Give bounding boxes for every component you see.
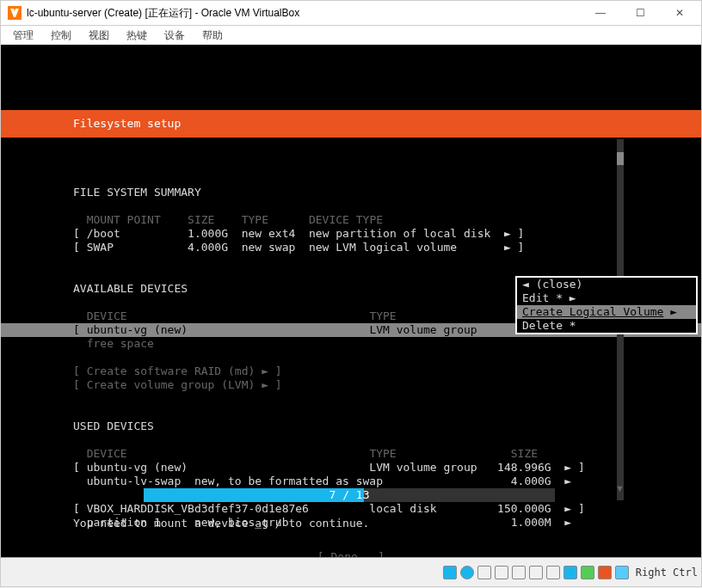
section-title: USED DEVICES: [73, 420, 154, 432]
context-menu: ◄ (close) Edit * ► Create Logical Volume…: [515, 276, 698, 334]
menu-create-lv[interactable]: Create Logical Volume ►: [517, 305, 696, 319]
keyboard-icon[interactable]: [615, 566, 629, 579]
menu-view[interactable]: 视图: [80, 27, 118, 45]
menu-devices[interactable]: 设备: [156, 27, 194, 45]
scroll-down-icon[interactable]: ▼: [615, 483, 625, 493]
menu-control[interactable]: 控制: [42, 27, 80, 45]
used-headers: DEVICE TYPE SIZE: [73, 447, 538, 460]
display-icon[interactable]: [546, 566, 560, 579]
close-button[interactable]: ✕: [660, 1, 699, 26]
recording-icon[interactable]: [563, 566, 577, 579]
used-subrow[interactable]: ubuntu-lv-swap new, to be formatted as s…: [73, 475, 571, 487]
section-title: FILE SYSTEM SUMMARY: [73, 186, 201, 199]
used-row[interactable]: [ VBOX_HARDDISK_VBd3dfef37-0d1e87e6 loca…: [73, 502, 585, 515]
validation-message: You need to mount a device at / to conti…: [73, 517, 369, 530]
create-raid-option[interactable]: [ Create software RAID (md) ► ]: [73, 364, 282, 377]
window-title: lc-ubuntu-server (Create) [正在运行] - Oracl…: [27, 6, 581, 21]
shared-folder-icon[interactable]: [529, 566, 543, 579]
audio-icon[interactable]: [477, 566, 491, 579]
used-row[interactable]: [ ubuntu-vg (new) LVM volume group 148.9…: [73, 461, 585, 474]
progress-text: 7 / 13: [144, 488, 555, 502]
progress-bar: 7 / 13: [144, 488, 555, 502]
menu-hotkeys[interactable]: 热键: [118, 27, 156, 45]
hdd-icon[interactable]: [443, 566, 457, 579]
menu-close[interactable]: ◄ (close): [517, 278, 696, 291]
network-icon[interactable]: [495, 566, 508, 579]
done-button: [ Done ]: [317, 550, 385, 557]
menubar: 管理 控制 视图 热键 设备 帮助: [0, 26, 702, 45]
menu-delete[interactable]: Delete *: [517, 319, 696, 333]
statusbar: Right Ctrl: [0, 557, 702, 587]
fs-row[interactable]: [ SWAP 4.000G new swap new LVM logical v…: [73, 241, 524, 254]
virtualbox-icon: [8, 6, 22, 20]
section-title: AVAILABLE DEVICES: [73, 282, 188, 295]
fs-row[interactable]: [ /boot 1.000G new ext4 new partition of…: [73, 227, 524, 240]
mouse-integration-icon[interactable]: [598, 566, 612, 579]
cpu-icon[interactable]: [581, 566, 594, 579]
menu-manage[interactable]: 管理: [4, 27, 42, 45]
vm-display[interactable]: Filesystem setup FILE SYSTEM SUMMARY MOU…: [0, 45, 702, 557]
host-key-indicator: Right Ctrl: [636, 567, 698, 579]
menu-edit[interactable]: Edit * ►: [517, 291, 696, 305]
window-titlebar: lc-ubuntu-server (Create) [正在运行] - Oracl…: [0, 0, 702, 26]
free-space-row: free space: [73, 337, 154, 350]
scrollbar-thumb[interactable]: [617, 152, 624, 165]
minimize-button[interactable]: —: [581, 1, 620, 26]
footer-buttons: [ Done ] [ Reset ] [ Back ]: [73, 550, 629, 557]
avail-headers: DEVICE TYPE: [73, 309, 397, 322]
usb-icon[interactable]: [512, 566, 526, 579]
create-vg-option[interactable]: [ Create volume group (LVM) ► ]: [73, 378, 282, 391]
fs-headers: MOUNT POINT SIZE TYPE DEVICE TYPE: [73, 213, 383, 226]
maximize-button[interactable]: ☐: [620, 1, 660, 26]
menu-help[interactable]: 帮助: [194, 27, 231, 45]
installer-header: Filesystem setup: [1, 110, 701, 138]
optical-icon[interactable]: [460, 566, 474, 579]
